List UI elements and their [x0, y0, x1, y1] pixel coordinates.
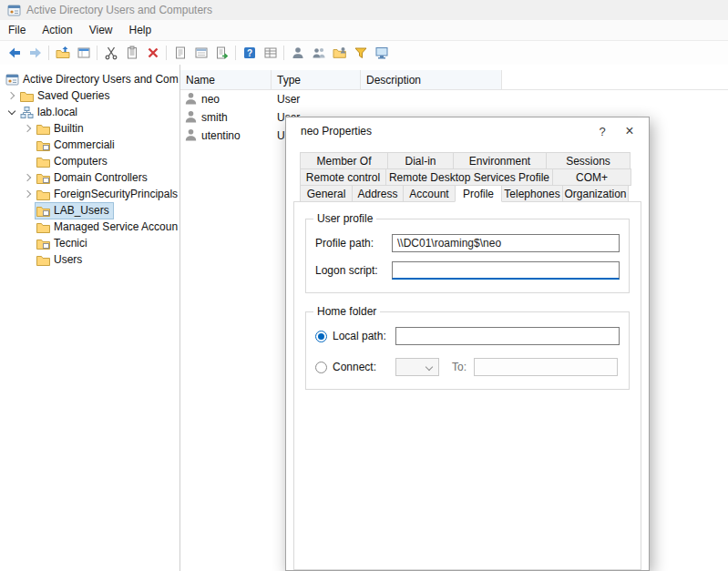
properties-button[interactable] — [190, 43, 211, 63]
forward-button[interactable] — [25, 43, 46, 63]
export-list-button[interactable] — [211, 43, 232, 63]
dialog-close-button[interactable]: × — [616, 120, 643, 142]
tab-com-plus[interactable]: COM+ — [552, 168, 631, 186]
logon-script-input[interactable] — [392, 261, 620, 280]
tree-item-foreign-security-principals[interactable]: ForeignSecurityPrincipals — [0, 186, 179, 202]
tree-item-lab-users[interactable]: LAB_Users — [0, 202, 179, 219]
window-titlebar: Active Directory Users and Computers — [0, 0, 728, 20]
dialog-titlebar[interactable]: neo Properties ? × — [286, 117, 649, 145]
tab-remote-control[interactable]: Remote control — [300, 168, 386, 186]
tree-item-label: Active Directory Users and Com — [23, 73, 179, 86]
chevron-right-icon[interactable] — [22, 169, 35, 186]
connect-path-input[interactable] — [474, 358, 618, 376]
help-button[interactable]: ? — [239, 43, 260, 63]
tree-item-managed-service-accounts[interactable]: Managed Service Accoun — [0, 219, 179, 235]
chevron-spacer — [22, 251, 35, 268]
tree-item-commerciali[interactable]: Commerciali — [0, 137, 179, 153]
new-user-button[interactable] — [287, 43, 308, 63]
help-icon: ? — [242, 46, 257, 60]
folder-icon — [36, 123, 50, 135]
tree-item-users[interactable]: Users — [0, 251, 179, 268]
up-level-button[interactable] — [52, 43, 73, 63]
menu-file[interactable]: File — [0, 20, 34, 40]
tab-telephones[interactable]: Telephones — [501, 185, 563, 202]
chevron-right-icon[interactable] — [22, 186, 35, 202]
tab-member-of[interactable]: Member Of — [300, 152, 388, 169]
connect-radio[interactable] — [315, 362, 327, 373]
filter-button[interactable] — [350, 43, 371, 63]
chevron-right-icon[interactable] — [22, 120, 35, 137]
chevron-spacer — [22, 153, 35, 169]
list-row-neo[interactable]: neo User — [180, 90, 728, 108]
tab-organization[interactable]: Organization — [562, 185, 629, 202]
tree-item-saved-queries[interactable]: Saved Queries — [0, 87, 179, 104]
back-button[interactable] — [4, 43, 25, 63]
tab-sessions[interactable]: Sessions — [546, 152, 631, 169]
logon-script-label: Logon script: — [315, 264, 392, 277]
cell-type: User — [272, 93, 361, 106]
tab-dial-in[interactable]: Dial-in — [387, 152, 454, 169]
chevron-right-icon[interactable] — [5, 87, 18, 104]
ou-folder-icon — [36, 172, 50, 184]
tab-row-2: Remote control Remote Desktop Services P… — [300, 168, 635, 186]
local-path-radio[interactable] — [315, 331, 327, 342]
column-header-name[interactable]: Name — [180, 70, 272, 89]
console-tree-button[interactable] — [73, 43, 94, 63]
tree-item-label: Users — [54, 253, 82, 266]
up-level-folder-icon — [56, 46, 70, 60]
copy-button[interactable] — [121, 43, 142, 63]
document-button[interactable] — [169, 43, 190, 63]
cut-button[interactable] — [100, 43, 121, 63]
user-icon — [185, 110, 197, 126]
drive-letter-select[interactable] — [395, 358, 439, 376]
ou-folder-icon — [36, 139, 50, 151]
add-to-group-button[interactable] — [329, 43, 350, 63]
menu-view[interactable]: View — [81, 20, 121, 40]
tree-item-lab-local[interactable]: lab.local — [0, 104, 179, 120]
tab-general[interactable]: General — [300, 185, 353, 202]
find-button[interactable] — [371, 43, 392, 63]
home-folder-legend: Home folder — [313, 305, 380, 318]
toolbar-separator — [97, 46, 97, 60]
folder-icon — [36, 221, 50, 233]
document-icon — [173, 46, 188, 60]
profile-path-label: Profile path: — [315, 237, 392, 250]
tree-item-domain-controllers[interactable]: Domain Controllers — [0, 169, 179, 186]
menu-help[interactable]: Help — [121, 20, 160, 40]
neo-properties-dialog: neo Properties ? × Member Of Dial-in Env… — [285, 117, 650, 571]
chevron-spacer — [22, 235, 35, 251]
tab-row-1: Member Of Dial-in Environment Sessions — [300, 152, 635, 169]
folder-icon — [20, 90, 34, 102]
tab-account[interactable]: Account — [403, 185, 456, 202]
profile-tab-panel: User profile Profile path: Logon script:… — [293, 201, 641, 570]
tree-item-tecnici[interactable]: Tecnici — [0, 235, 179, 251]
tab-profile[interactable]: Profile — [455, 185, 502, 202]
tab-environment[interactable]: Environment — [453, 152, 547, 169]
cell-name: smith — [201, 111, 228, 124]
new-group-button[interactable] — [308, 43, 329, 63]
delete-button[interactable] — [142, 43, 163, 63]
menu-action[interactable]: Action — [34, 20, 80, 40]
home-folder-group: Home folder Local path: Connect: To: — [305, 311, 630, 390]
ou-folder-icon — [36, 205, 50, 217]
tree-item-root[interactable]: Active Directory Users and Com — [0, 71, 179, 87]
chevron-down-icon[interactable] — [5, 104, 18, 120]
tree-item-builtin[interactable]: Builtin — [0, 120, 179, 137]
tab-remote-desktop-services-profile[interactable]: Remote Desktop Services Profile — [385, 168, 553, 186]
user-icon — [185, 92, 197, 107]
column-header-type[interactable]: Type — [272, 70, 361, 89]
domain-icon — [20, 107, 34, 118]
tree-item-label: ForeignSecurityPrincipals — [54, 188, 178, 200]
list-view-button[interactable] — [260, 43, 281, 63]
toolbar-separator — [48, 46, 49, 60]
tab-address[interactable]: Address — [352, 185, 404, 202]
dialog-title: neo Properties — [301, 125, 589, 138]
toolbar-separator — [283, 46, 284, 60]
tree-item-computers[interactable]: Computers — [0, 153, 179, 169]
profile-path-input[interactable] — [392, 234, 620, 252]
column-header-description[interactable]: Description — [361, 70, 502, 89]
local-path-input[interactable] — [395, 327, 620, 345]
tab-strip: Member Of Dial-in Environment Sessions R… — [300, 152, 635, 202]
folder-icon — [36, 254, 50, 266]
dialog-help-button[interactable]: ? — [589, 120, 616, 142]
